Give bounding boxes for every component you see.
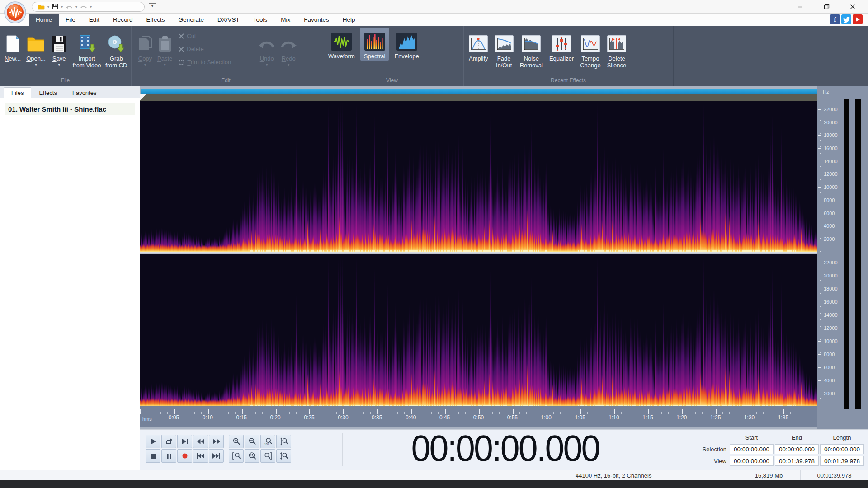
menu-tab-mix[interactable]: Mix <box>274 14 297 26</box>
redo-button[interactable]: Redo ▾ <box>280 26 297 67</box>
sidebar-tab-files[interactable]: Files <box>4 87 31 98</box>
file-list: 01. Walter Smith Iii - Shine.flac <box>0 98 140 470</box>
go-to-end-button[interactable] <box>209 449 224 463</box>
import-from-video-button[interactable]: Import from Video <box>73 26 101 69</box>
time-display: 00:00:00.000 <box>389 428 621 469</box>
loop-play-button[interactable] <box>161 435 176 448</box>
trim-to-selection-button[interactable]: Trim to Selection <box>179 59 246 66</box>
redo-caret-icon: ▾ <box>288 63 289 67</box>
sidebar-tab-favorites[interactable]: Favorites <box>65 87 104 98</box>
equalizer-button[interactable]: Equalizer <box>549 26 574 62</box>
facebook-icon[interactable]: f <box>830 14 840 24</box>
youtube-icon[interactable] <box>853 14 863 24</box>
paste-button[interactable]: Paste ▾ <box>157 26 172 67</box>
spectral-view-button[interactable]: Spectral <box>360 28 389 61</box>
menu-tab-file[interactable]: File <box>59 14 82 26</box>
menu-tab-tools[interactable]: Tools <box>246 14 274 26</box>
save-dropdown-caret[interactable]: ▾ <box>61 5 63 9</box>
zoom-100-button[interactable]: 100 <box>260 435 275 448</box>
open-file-icon[interactable] <box>38 4 45 10</box>
go-to-start-button[interactable] <box>193 449 208 463</box>
save-icon[interactable] <box>52 4 58 10</box>
save-floppy-icon <box>51 33 67 55</box>
spectrogram-panel: 0:050:100:150:200:250:300:350:400:450:50… <box>140 86 817 429</box>
fade-in-out-button[interactable]: Fade In/Out <box>495 26 514 69</box>
customize-toolbar-icon[interactable]: ▾ <box>149 3 156 9</box>
copy-button[interactable]: Copy ▾ <box>137 26 153 67</box>
play-to-end-button[interactable] <box>177 435 192 448</box>
fast-forward-button[interactable] <box>209 435 224 448</box>
view-row-label: View <box>698 458 728 465</box>
amplify-button[interactable]: Amplify <box>469 26 488 62</box>
duration-status: 00:01:39.978 <box>800 470 868 480</box>
redo-dropdown-caret[interactable]: ▾ <box>90 5 92 9</box>
zoom-selection-button[interactable] <box>245 449 259 463</box>
restore-button[interactable] <box>816 0 837 13</box>
view-start-field[interactable]: 00:00:00.000 <box>730 456 774 466</box>
cut-button[interactable]: Cut <box>179 33 246 39</box>
sidebar-tab-effects[interactable]: Effects <box>31 87 65 98</box>
level-meter-left <box>844 99 849 409</box>
vertical-zoom-button[interactable] <box>276 435 291 448</box>
pause-button[interactable] <box>161 449 176 463</box>
waveform-view-button[interactable]: Waveform <box>325 28 359 61</box>
zoom-in-button[interactable] <box>229 435 244 448</box>
menu-tab-favorites[interactable]: Favorites <box>297 14 336 26</box>
vertical-zoom-out-button[interactable] <box>276 449 291 463</box>
menu-tab-help[interactable]: Help <box>336 14 362 26</box>
app-logo-icon[interactable] <box>4 1 26 23</box>
undo-dropdown-caret[interactable]: ▾ <box>75 5 77 9</box>
redo-icon[interactable] <box>80 4 87 9</box>
rewind-button[interactable] <box>193 435 208 448</box>
selection-length-field[interactable]: 00:00:00.000 <box>820 444 864 454</box>
tempo-change-button[interactable]: Tempo Change <box>580 26 601 69</box>
horizontal-scrollbar[interactable] <box>140 89 817 94</box>
file-list-item[interactable]: 01. Walter Smith Iii - Shine.flac <box>5 103 135 115</box>
selection-end-field[interactable]: 00:00:00.000 <box>775 444 819 454</box>
spectrogram-channel-1[interactable] <box>140 101 817 252</box>
view-end-field[interactable]: 00:01:39.978 <box>775 456 819 466</box>
ribbon: New... Open... ▾ Save ▾ Import <box>0 26 868 86</box>
noise-removal-button[interactable]: Noise Removal <box>520 26 543 69</box>
transport-buttons <box>146 435 224 463</box>
close-button[interactable] <box>842 0 863 13</box>
selection-start-field[interactable]: 00:00:00.000 <box>730 444 774 454</box>
menu-tab-effects[interactable]: Effects <box>140 14 172 26</box>
redo-arrow-icon <box>280 33 297 55</box>
menu-tab-record[interactable]: Record <box>106 14 140 26</box>
menu-tab-generate[interactable]: Generate <box>172 14 211 26</box>
status-bar: 44100 Hz, 16-bit, 2 Channels 16,819 Mb 0… <box>0 470 868 480</box>
menu-tab-edit[interactable]: Edit <box>82 14 106 26</box>
menu-tab-dxvst[interactable]: DX/VST <box>211 14 246 26</box>
audio-editor-window: ▾ ▾ ▾ ▾ ▾ <box>0 0 868 488</box>
group-label-file: File <box>0 77 131 84</box>
open-button[interactable]: Open... ▾ <box>26 26 46 67</box>
title-bar: ▾ ▾ ▾ ▾ ▾ <box>0 0 868 14</box>
record-button[interactable] <box>177 449 192 463</box>
delete-button[interactable]: Delete <box>179 46 246 52</box>
view-length-field[interactable]: 00:01:39.978 <box>820 456 864 466</box>
undo-icon[interactable] <box>66 4 73 9</box>
envelope-view-button[interactable]: Envelope <box>391 28 422 61</box>
minimize-button[interactable] <box>790 0 811 13</box>
undo-button[interactable]: Undo ▾ <box>258 26 275 67</box>
grab-from-cd-button[interactable]: Grab from CD <box>104 26 128 69</box>
zoom-out-button[interactable] <box>245 435 259 448</box>
new-button[interactable]: New... <box>5 26 21 62</box>
menu-tab-home[interactable]: Home <box>29 14 59 26</box>
marker-strip[interactable] <box>140 94 817 101</box>
delete-silence-button[interactable]: Delete Silence <box>607 26 627 69</box>
paste-icon <box>158 33 172 55</box>
save-button[interactable]: Save ▾ <box>51 26 67 67</box>
open-dropdown-caret[interactable]: ▾ <box>47 5 49 9</box>
stop-button[interactable] <box>146 449 160 463</box>
twitter-icon[interactable] <box>841 14 851 24</box>
spectrogram-channel-2[interactable] <box>140 254 817 406</box>
zoom-selection-start-button[interactable] <box>229 449 244 463</box>
import-video-icon <box>77 33 96 55</box>
time-ruler[interactable]: 0:050:100:150:200:250:300:350:400:450:50… <box>140 406 817 427</box>
selection-row-label: Selection <box>698 446 728 453</box>
zoom-selection-end-button[interactable] <box>260 449 275 463</box>
playhead-marker-icon[interactable] <box>140 94 146 100</box>
play-button[interactable] <box>146 435 160 448</box>
